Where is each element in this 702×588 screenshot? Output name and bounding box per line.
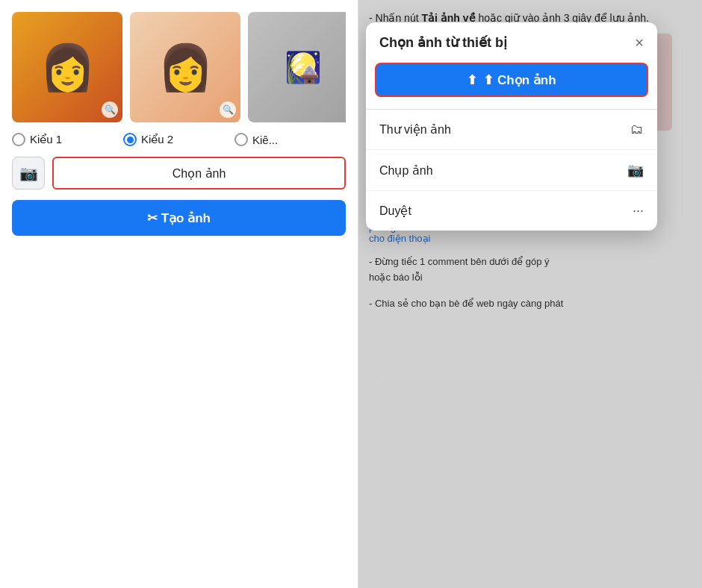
- style-thumb-3[interactable]: 🎑: [248, 12, 346, 122]
- modal-chon-anh-button[interactable]: ⬆ ⬆ Chọn ảnh: [375, 63, 648, 97]
- duyet-icon: ···: [633, 203, 644, 219]
- tao-anh-label: ✂ Tạo ảnh: [147, 210, 211, 226]
- modal-chon-anh-label: ⬆ Chọn ảnh: [483, 72, 556, 88]
- modal-menu-label-3: Duyệt: [379, 204, 411, 218]
- select-image-row: 📷 Chọn ảnh: [12, 157, 346, 190]
- style-thumb-2[interactable]: 👩 🔍: [130, 12, 240, 122]
- modal-header: Chọn ảnh từ thiết bị ×: [366, 22, 657, 60]
- modal-menu-label-2: Chụp ảnh: [379, 163, 433, 178]
- thu-vien-icon: 🗂: [630, 122, 644, 137]
- radio-kieu1[interactable]: Kiểu 1: [12, 133, 123, 146]
- tao-anh-button[interactable]: ✂ Tạo ảnh: [12, 200, 346, 236]
- zoom-icon-1[interactable]: 🔍: [102, 101, 118, 118]
- zoom-icon-2[interactable]: 🔍: [220, 101, 236, 118]
- modal-box: Chọn ảnh từ thiết bị × ⬆ ⬆ Chọn ảnh Thư …: [366, 22, 657, 231]
- right-panel: - Nhấn nút Tải ảnh về hoặc giữ vào ảnh 3…: [358, 0, 702, 588]
- radio-circle-3[interactable]: [234, 133, 248, 146]
- modal-menu-thu-vien[interactable]: Thư viện ảnh 🗂: [366, 110, 657, 150]
- chup-anh-icon: 📷: [627, 162, 644, 178]
- chon-anh-label: Chọn ảnh: [173, 166, 226, 181]
- radio-label-3: Kiê...: [252, 134, 278, 146]
- style-radio-row: Kiểu 1 Kiểu 2 Kiê...: [12, 133, 346, 146]
- modal-chon-anh-icon: ⬆: [467, 72, 477, 88]
- left-panel: 👩 🔍 👩 🔍 🎑 Kiểu 1 Kiểu 2 Kiê... 📷: [0, 0, 358, 588]
- radio-circle-1[interactable]: [12, 133, 25, 146]
- modal-title: Chọn ảnh từ thiết bị: [379, 34, 507, 51]
- modal-menu-chup-anh[interactable]: Chụp ảnh 📷: [366, 150, 657, 191]
- camera-icon: 📷: [19, 164, 38, 182]
- modal-menu-label-1: Thư viện ảnh: [379, 122, 451, 137]
- chon-anh-button[interactable]: Chọn ảnh: [52, 157, 346, 190]
- radio-label-2: Kiểu 2: [141, 133, 173, 146]
- radio-circle-2[interactable]: [123, 133, 137, 146]
- radio-kieu2[interactable]: Kiểu 2: [123, 133, 234, 146]
- modal-menu-duyet[interactable]: Duyệt ···: [366, 191, 657, 231]
- left-gallery: 👩 🔍 👩 🔍 🎑: [12, 12, 346, 122]
- camera-button[interactable]: 📷: [12, 157, 45, 190]
- style-thumb-1[interactable]: 👩 🔍: [12, 12, 122, 122]
- modal-overlay: Chọn ảnh từ thiết bị × ⬆ ⬆ Chọn ảnh Thư …: [358, 0, 702, 588]
- modal-close-button[interactable]: ×: [635, 35, 644, 50]
- radio-label-1: Kiểu 1: [30, 133, 62, 146]
- radio-kieu3[interactable]: Kiê...: [234, 133, 346, 146]
